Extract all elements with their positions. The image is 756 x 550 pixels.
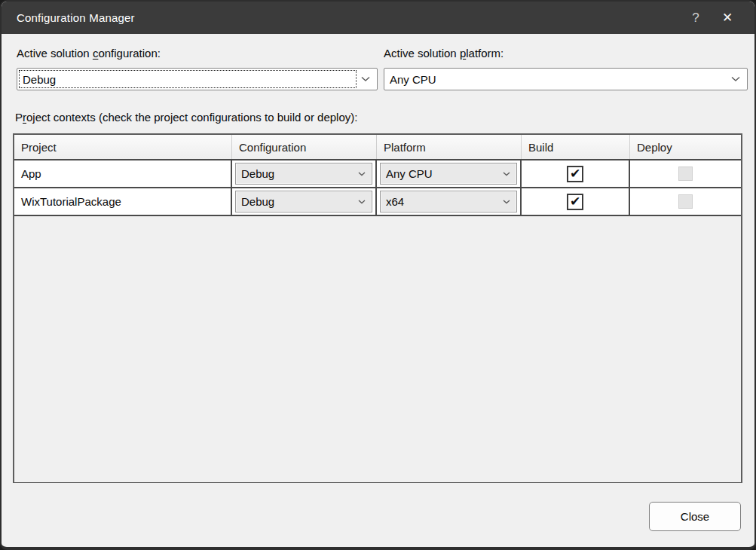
deploy-checkbox: [678, 194, 693, 209]
platform-cell: x64: [377, 188, 522, 215]
project-contexts-grid: Project Configuration Platform Build Dep…: [13, 133, 742, 483]
column-header-platform[interactable]: Platform: [377, 135, 522, 159]
dialog-title: Configuration Manager: [2, 11, 135, 24]
chevron-down-icon: [361, 77, 370, 82]
active-solution-configuration-label: Active solution configuration:: [17, 47, 161, 60]
table-row: App Debug Any CPU ✔: [14, 159, 741, 187]
active-solution-platform-dropdown[interactable]: Any CPU: [384, 68, 748, 90]
row-configuration-dropdown[interactable]: Debug: [235, 163, 372, 185]
build-checkbox[interactable]: ✔: [567, 166, 583, 182]
configuration-cell: Debug: [232, 188, 377, 215]
deploy-cell: [630, 160, 741, 187]
dropdown-value: Any CPU: [390, 73, 436, 86]
active-solution-platform-label: Active solution platform:: [384, 47, 503, 60]
dropdown-value: Debug: [23, 73, 56, 86]
close-button[interactable]: Close: [649, 502, 741, 531]
chevron-down-icon: [358, 200, 366, 204]
build-cell: ✔: [522, 160, 630, 187]
help-icon: ?: [692, 11, 699, 26]
column-header-deploy[interactable]: Deploy: [630, 135, 741, 159]
deploy-cell: [630, 188, 741, 215]
window-close-button[interactable]: ✕: [712, 2, 742, 34]
project-name-cell[interactable]: WixTutorialPackage: [14, 188, 232, 215]
platform-cell: Any CPU: [377, 160, 522, 187]
grid-header-row: Project Configuration Platform Build Dep…: [14, 135, 741, 159]
chevron-down-icon: [358, 172, 366, 176]
active-solution-configuration-dropdown[interactable]: Debug: [17, 68, 378, 90]
check-icon: ✔: [570, 195, 580, 208]
chevron-down-icon: [503, 200, 510, 204]
focus-rectangle: [19, 70, 357, 88]
column-header-project[interactable]: Project: [14, 135, 232, 159]
dropdown-value: Debug: [241, 167, 274, 180]
grid-empty-area: [14, 215, 741, 482]
check-icon: ✔: [570, 167, 580, 180]
deploy-checkbox: [678, 167, 693, 181]
dropdown-value: x64: [386, 195, 404, 208]
build-cell: ✔: [522, 188, 630, 215]
chevron-down-icon: [503, 172, 510, 176]
row-platform-dropdown[interactable]: x64: [380, 191, 517, 212]
dropdown-value: Any CPU: [386, 167, 433, 180]
close-icon: ✕: [722, 10, 733, 26]
help-button[interactable]: ?: [681, 2, 711, 34]
table-row: WixTutorialPackage Debug x64 ✔: [14, 187, 741, 215]
build-checkbox[interactable]: ✔: [567, 194, 583, 210]
column-header-configuration[interactable]: Configuration: [232, 135, 377, 159]
project-name-cell[interactable]: App: [14, 160, 232, 187]
row-platform-dropdown[interactable]: Any CPU: [380, 163, 517, 185]
row-configuration-dropdown[interactable]: Debug: [235, 191, 372, 212]
title-bar: Configuration Manager ? ✕: [2, 2, 754, 34]
dropdown-value: Debug: [241, 195, 274, 208]
configuration-manager-dialog: Configuration Manager ? ✕ Active solutio…: [0, 0, 756, 550]
chevron-down-icon: [731, 77, 740, 82]
column-header-build[interactable]: Build: [522, 135, 630, 159]
configuration-cell: Debug: [232, 160, 377, 187]
project-contexts-label: Project contexts (check the project conf…: [15, 111, 357, 124]
